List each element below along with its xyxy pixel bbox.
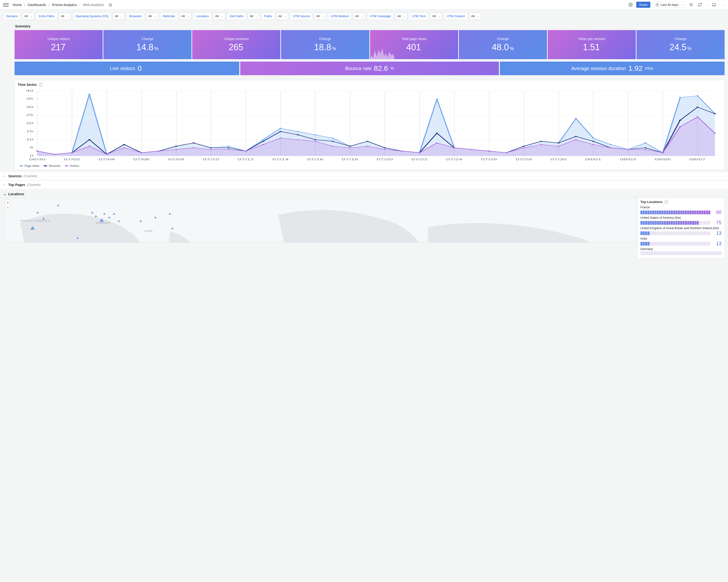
location-row[interactable]: Germany: [641, 247, 722, 255]
kpi-card[interactable]: Change 14.8%: [103, 30, 191, 59]
monitor-icon[interactable]: [711, 2, 717, 8]
kpi-card[interactable]: Total page views 401: [370, 30, 458, 59]
breadcrumbs: Home › Dashboards › Prisme Analytics › W…: [12, 3, 112, 7]
kpi-wide-card[interactable]: Average session duration 1.92mins: [500, 62, 725, 75]
location-name: United States of America (the): [641, 216, 722, 219]
filter-select[interactable]: All ⌄: [248, 12, 260, 20]
filter-label[interactable]: UTM Medium: [330, 15, 350, 18]
map-panel[interactable]: + − NORTH AMERICAEUROPEASIA: [3, 198, 636, 243]
svg-point-99: [609, 144, 612, 145]
svg-text:07/08: 07/08: [168, 158, 184, 161]
filter-label[interactable]: Exit Paths: [229, 15, 244, 18]
filter-label[interactable]: UTM Source: [292, 15, 311, 18]
chevron-down-icon[interactable]: ⌄: [706, 3, 708, 6]
filter-label[interactable]: Operating Systems (OS): [75, 15, 109, 18]
filter-select[interactable]: All ⌄: [430, 12, 442, 20]
section-top pages[interactable]: › Top Pages (3 panels): [0, 181, 728, 189]
settings-icon[interactable]: [627, 2, 634, 8]
kpi-value: 1.92: [628, 64, 642, 73]
kpi-wide-card[interactable]: Live visitors 0: [15, 62, 239, 75]
svg-text:07/14: 07/14: [272, 158, 288, 161]
chevron-right-icon: ›: [3, 174, 6, 178]
svg-point-176: [557, 146, 560, 147]
filter-select[interactable]: All ⌄: [469, 12, 481, 20]
kpi-card[interactable]: Change 48.0%: [459, 30, 547, 59]
svg-point-123: [332, 141, 334, 142]
filter-select[interactable]: All ⌄: [314, 12, 326, 20]
kpi-card[interactable]: Change 24.5%: [636, 30, 725, 59]
filter-select[interactable]: All ⌄: [179, 12, 191, 20]
legend-item[interactable]: Sessions: [44, 164, 60, 168]
breadcrumb-prisme[interactable]: Prisme Analytics: [52, 3, 77, 7]
kpi-card[interactable]: Unique visitors 217: [15, 30, 103, 59]
filter-select[interactable]: All ⌄: [59, 12, 71, 20]
filter-label[interactable]: Referrals: [162, 15, 176, 18]
chevron-down-icon[interactable]: ⌄: [723, 3, 725, 6]
filter-label[interactable]: Locations: [195, 15, 210, 18]
svg-point-160: [279, 138, 282, 139]
filter-select[interactable]: All ⌄: [395, 12, 407, 20]
filter-select[interactable]: All ⌄: [213, 12, 225, 20]
timeseries-chart[interactable]: 051015202530354006/3007/0207/0407/0607/0…: [15, 88, 724, 164]
date-range-picker[interactable]: Last 40 days ⌄: [653, 2, 685, 8]
filter-select[interactable]: All ⌄: [146, 12, 158, 20]
kpi-value: 48.0%: [492, 42, 514, 52]
kpi-label: Change: [317, 37, 333, 41]
timeseries-legend: Page viewsSessionsVisitors: [15, 164, 724, 169]
kpi-card[interactable]: Unique sessions 265: [192, 30, 280, 59]
svg-text:5: 5: [30, 146, 33, 149]
kpi-value: 0: [137, 64, 142, 73]
svg-text:35: 35: [26, 98, 33, 101]
svg-point-89: [436, 99, 438, 100]
locations-section: ⌄ Locations + − NORTH AMERICAEUROPEASIA: [0, 190, 728, 262]
zoom-out-icon[interactable]: [688, 2, 694, 8]
info-icon[interactable]: i: [665, 200, 668, 204]
refresh-icon[interactable]: [697, 2, 703, 8]
location-row[interactable]: United States of America (the) 75: [641, 216, 722, 225]
filter-select[interactable]: All ⌄: [22, 12, 34, 20]
location-bar: [641, 242, 710, 246]
filter-label[interactable]: Browsers: [128, 15, 143, 18]
top-locations-title: Top Locations: [641, 200, 662, 204]
svg-text:07/02: 07/02: [64, 158, 80, 161]
filter-label[interactable]: UTM Term: [411, 15, 427, 18]
svg-point-122: [314, 139, 316, 140]
section-sources[interactable]: › Sources (2 panels): [0, 172, 728, 180]
svg-point-183: [679, 126, 681, 127]
location-row[interactable]: India 13: [641, 237, 722, 246]
chevron-down-icon: ⌄: [221, 15, 223, 18]
map-zoom-out[interactable]: −: [5, 205, 10, 210]
locations-header[interactable]: ⌄ Locations: [3, 191, 725, 198]
location-row[interactable]: France 90: [641, 206, 722, 215]
location-row[interactable]: United Kingdom of Great Britain and Nort…: [641, 226, 722, 236]
svg-point-119: [262, 141, 264, 142]
kpi-card[interactable]: Change 18.8%: [281, 30, 369, 59]
filter-label[interactable]: UTM Content: [446, 15, 466, 18]
breadcrumb-dashboards[interactable]: Dashboards: [28, 3, 46, 7]
section-name: Sources: [8, 174, 22, 178]
kpi-card[interactable]: Views per session 1.51: [548, 30, 636, 59]
chevron-right-icon: ›: [3, 183, 6, 187]
kpi-value: 24.5%: [670, 42, 692, 52]
filter-label[interactable]: Domains: [5, 15, 19, 18]
legend-item[interactable]: Visitors: [65, 164, 79, 168]
star-icon[interactable]: [108, 3, 112, 7]
filter-label[interactable]: Paths: [263, 15, 273, 18]
filter-select[interactable]: All ⌄: [112, 12, 125, 20]
svg-point-153: [158, 150, 160, 151]
legend-item[interactable]: Page views: [20, 164, 39, 168]
breadcrumb-home[interactable]: Home: [12, 3, 22, 7]
filter-label[interactable]: Entry Paths: [38, 15, 56, 18]
hamburger-menu-icon[interactable]: [3, 2, 9, 8]
filter-label[interactable]: UTM Campaign: [369, 15, 392, 18]
kpi-wide-card[interactable]: Bounce rate 82.6%: [240, 62, 499, 75]
filter-select[interactable]: All ⌄: [353, 12, 365, 20]
filter-select[interactable]: All ⌄: [276, 12, 288, 20]
share-button[interactable]: Share: [636, 2, 651, 8]
timeseries-panel: Time Series i 051015202530354006/3007/02…: [15, 80, 725, 170]
map-zoom-in[interactable]: +: [5, 200, 10, 205]
svg-point-80: [279, 128, 282, 129]
info-icon[interactable]: i: [39, 83, 43, 87]
svg-text:07/10: 07/10: [203, 158, 219, 161]
filter-locations: Locations: [193, 12, 212, 20]
